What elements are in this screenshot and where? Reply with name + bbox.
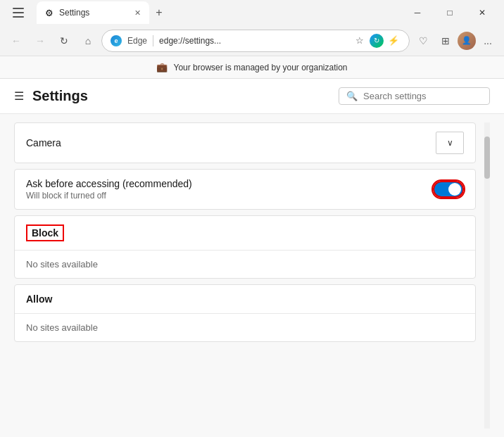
extensions-icon[interactable]: ⚡ [386, 34, 401, 48]
address-divider [153, 35, 153, 46]
edge-logo-icon: e [111, 35, 122, 46]
camera-label: Camera [26, 137, 436, 148]
address-bar: ← → ↻ ⌂ e Edge edge://settings... ☆ ↻ ⚡ … [0, 25, 504, 56]
tab-title: Settings [59, 8, 89, 18]
profile-avatar[interactable]: 👤 [458, 32, 476, 50]
toggle-knob [448, 183, 461, 196]
block-no-sites: No sites available [26, 259, 98, 270]
favorites-icon[interactable]: ☆ [353, 34, 367, 48]
settings-page: ☰ Settings 🔍 Camera ∨ Ask [0, 79, 504, 437]
sidebar-toggle[interactable] [6, 0, 31, 25]
address-text: edge://settings... [159, 36, 347, 46]
camera-card: Camera ∨ [14, 122, 476, 163]
block-section-body: No sites available [15, 251, 475, 278]
collections-button[interactable]: ⊞ [435, 30, 456, 51]
close-button[interactable]: ✕ [466, 0, 498, 25]
close-tab-button[interactable]: ✕ [134, 8, 141, 18]
svg-rect-0 [13, 8, 24, 9]
more-options-button[interactable]: ... [477, 30, 498, 51]
title-bar: ⚙ Settings ✕ + ─ □ ✕ [0, 0, 504, 25]
new-tab-button[interactable]: + [149, 3, 169, 23]
search-settings-input[interactable] [363, 91, 482, 101]
favorites-bar-button[interactable]: ♡ [412, 30, 434, 51]
allow-section-title: Allow [26, 293, 52, 305]
search-icon: 🔍 [346, 91, 358, 101]
minimize-button[interactable]: ─ [401, 0, 434, 25]
allow-no-sites: No sites available [26, 322, 98, 333]
ask-toggle-switch[interactable] [433, 181, 464, 198]
page-scrollbar[interactable] [484, 122, 490, 429]
page-title: Settings [32, 88, 330, 104]
main-content: Camera ∨ Ask before accessing (recommend… [14, 122, 484, 429]
svg-rect-1 [13, 12, 24, 13]
settings-content: Camera ∨ Ask before accessing (recommend… [0, 114, 504, 437]
block-section-title: Block [26, 224, 64, 241]
svg-rect-2 [13, 16, 24, 18]
org-banner: 💼 Your browser is managed by your organi… [0, 56, 504, 79]
camera-dropdown-button[interactable]: ∨ [436, 132, 464, 154]
forward-button[interactable]: → [30, 30, 51, 51]
toggle-label: Ask before accessing (recommended) [26, 178, 427, 189]
edge-circular-icon[interactable]: ↻ [370, 34, 384, 48]
maximize-button[interactable]: □ [434, 0, 466, 25]
allow-section-card: Allow No sites available [14, 284, 476, 342]
edge-brand-label: Edge [127, 36, 147, 46]
back-button[interactable]: ← [6, 30, 27, 51]
chevron-down-icon: ∨ [447, 138, 453, 148]
settings-tab-icon: ⚙ [45, 8, 53, 18]
allow-section-body: No sites available [15, 314, 475, 341]
block-section-header: Block [15, 216, 475, 251]
window-controls: ─ □ ✕ [401, 0, 498, 25]
toggle-info: Ask before accessing (recommended) Will … [26, 178, 427, 201]
scrollbar-thumb[interactable] [484, 137, 490, 179]
refresh-button[interactable]: ↻ [53, 30, 75, 51]
settings-header: ☰ Settings 🔍 [0, 79, 504, 114]
block-section-card: Block No sites available [14, 215, 476, 279]
toggle-row: Ask before accessing (recommended) Will … [26, 178, 464, 201]
address-icons: ☆ ↻ ⚡ [353, 34, 401, 48]
hamburger-icon[interactable]: ☰ [14, 89, 24, 103]
ask-before-card: Ask before accessing (recommended) Will … [14, 169, 476, 210]
allow-section-header: Allow [15, 285, 475, 314]
org-banner-text: Your browser is managed by your organiza… [173, 63, 347, 72]
browser-actions: ♡ ⊞ 👤 ... [412, 30, 498, 51]
camera-row: Camera ∨ [15, 123, 475, 163]
home-button[interactable]: ⌂ [77, 30, 99, 51]
address-bar-input[interactable]: e Edge edge://settings... ☆ ↻ ⚡ [101, 30, 410, 52]
tab-group: ⚙ Settings ✕ + [37, 1, 396, 24]
briefcase-icon: 💼 [156, 62, 168, 72]
search-settings-box[interactable]: 🔍 [339, 87, 490, 105]
tab-settings[interactable]: ⚙ Settings ✕ [37, 1, 149, 24]
toggle-sublabel: Will block if turned off [26, 191, 427, 201]
